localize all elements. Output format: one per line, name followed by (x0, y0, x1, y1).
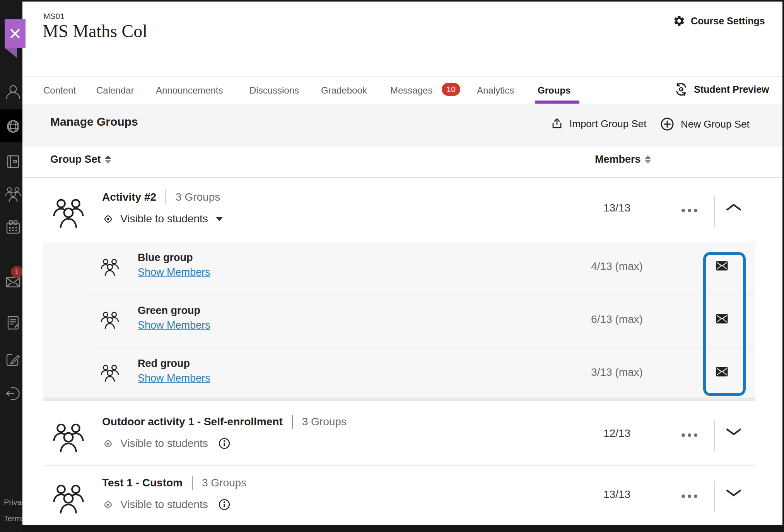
show-members-link[interactable]: Show Members (138, 372, 210, 384)
global-nav-sidebar: 1 Privacy Terms (0, 0, 22, 532)
group-set-row: Outdoor activity 1 - Self-enrollment 3 G… (22, 405, 782, 466)
messages-tab-badge: 10 (442, 83, 460, 96)
group-name: Red group (138, 358, 190, 370)
course-title: MS Maths Col (43, 21, 147, 41)
profile-icon[interactable] (5, 83, 22, 100)
expand-chevron-down-icon[interactable] (721, 489, 746, 497)
visibility-label: Visible to students (120, 213, 208, 225)
group-set-icon (53, 194, 84, 232)
course-id: MS01 (43, 12, 65, 21)
course-panel: MS01 MS Maths Col Course Settings Conten… (22, 2, 782, 525)
new-group-set-label: New Group Set (681, 118, 750, 130)
group-row: Blue group Show Members 4/13 (max) (43, 242, 755, 295)
members-count: 13/13 (578, 202, 656, 214)
tab-content[interactable]: Content (43, 85, 76, 96)
student-preview-button[interactable]: Student Preview (674, 82, 769, 97)
divider (90, 348, 755, 348)
group-icon (101, 256, 119, 278)
group-set-name[interactable]: Outdoor activity 1 - Self-enrollment (102, 416, 283, 428)
page-title: Manage Groups (50, 115, 138, 128)
group-set-icon (53, 480, 84, 518)
members-header-label: Members (595, 153, 641, 165)
signout-icon[interactable] (5, 385, 22, 402)
divider (714, 420, 715, 451)
import-group-set-label: Import Group Set (569, 118, 646, 130)
group-members-count: 4/13 (max) (578, 260, 656, 273)
members-count: 12/13 (578, 427, 656, 440)
gear-icon (673, 15, 685, 27)
members-count: 13/13 (578, 488, 656, 501)
eye-icon (102, 438, 114, 450)
row-menu-button[interactable] (678, 209, 701, 212)
divider (714, 481, 715, 512)
compose-icon[interactable] (5, 351, 22, 368)
group-count: 3 Groups (302, 416, 347, 428)
group-set-row: Activity #2 3 Groups Visible to students… (22, 178, 782, 242)
tab-analytics[interactable]: Analytics (477, 85, 514, 96)
divider (292, 415, 293, 429)
privacy-link[interactable]: Privacy (4, 498, 22, 507)
course-settings-button[interactable]: Course Settings (673, 15, 765, 27)
pages-icon[interactable] (5, 153, 22, 170)
close-course-button[interactable] (5, 19, 26, 48)
groups-icon[interactable] (5, 186, 22, 203)
active-tab-underline (535, 101, 579, 104)
student-preview-icon (674, 82, 688, 97)
group-set-name[interactable]: Activity #2 (102, 191, 156, 203)
group-set-column-header[interactable]: Group Set (50, 153, 111, 165)
tab-calendar[interactable]: Calendar (96, 85, 134, 96)
import-group-set-button[interactable]: Import Group Set (551, 118, 646, 130)
calendar-icon[interactable] (5, 219, 22, 236)
student-preview-label: Student Preview (694, 84, 769, 95)
group-set-row: Test 1 - Custom 3 Groups Visible to stud… (22, 466, 782, 525)
globe-icon[interactable] (5, 118, 22, 135)
group-name: Green group (138, 305, 200, 317)
tab-discussions[interactable]: Discussions (249, 85, 299, 96)
email-column-highlight-box (703, 252, 746, 396)
close-icon (10, 28, 20, 39)
plus-circle-icon (660, 117, 675, 131)
header-divider (22, 76, 782, 77)
tab-announcements[interactable]: Announcements (156, 85, 223, 96)
upload-icon (551, 118, 563, 130)
eye-icon (102, 499, 114, 511)
messages-count-badge: 1 (11, 266, 22, 278)
tab-gradebook[interactable]: Gradebook (321, 85, 367, 96)
visibility-dropdown[interactable]: Visible to students (102, 213, 223, 225)
sort-icon (645, 155, 651, 164)
visibility-label: Visible to students (120, 498, 208, 511)
show-members-link[interactable]: Show Members (138, 266, 210, 278)
expand-chevron-down-icon[interactable] (721, 428, 746, 436)
members-column-header[interactable]: Members (595, 153, 651, 165)
group-set-icon (53, 419, 84, 457)
row-menu-button[interactable] (678, 494, 701, 498)
terms-link[interactable]: Terms (4, 514, 22, 523)
divider (192, 476, 193, 490)
gradebook-icon[interactable] (5, 314, 22, 331)
show-members-link[interactable]: Show Members (138, 319, 210, 331)
group-count: 3 Groups (202, 477, 246, 489)
divider (166, 190, 166, 204)
app-window: 1 Privacy Terms MS01 MS Maths Col Course… (0, 0, 784, 532)
sort-icon (105, 155, 111, 164)
expanded-groups-panel: Blue group Show Members 4/13 (max) (43, 242, 755, 401)
group-icon (101, 362, 119, 384)
collapse-chevron-up-icon[interactable] (721, 203, 746, 211)
new-group-set-button[interactable]: New Group Set (660, 117, 750, 131)
tab-groups[interactable]: Groups (538, 85, 570, 96)
group-icon (101, 309, 119, 331)
group-members-count: 6/13 (max) (578, 313, 656, 326)
info-icon[interactable] (218, 437, 231, 450)
group-count: 3 Groups (176, 191, 220, 203)
info-icon[interactable] (218, 498, 231, 511)
divider (714, 196, 715, 227)
group-members-count: 3/13 (max) (578, 366, 656, 379)
row-menu-button[interactable] (678, 433, 701, 437)
tab-messages[interactable]: Messages (390, 85, 432, 96)
group-row: Green group Show Members 6/13 (max) (43, 295, 755, 348)
group-name: Blue group (138, 252, 193, 264)
group-set-name[interactable]: Test 1 - Custom (102, 477, 183, 489)
visibility-label: Visible to students (120, 437, 208, 450)
eye-icon (102, 213, 114, 225)
chevron-down-icon (216, 217, 223, 221)
